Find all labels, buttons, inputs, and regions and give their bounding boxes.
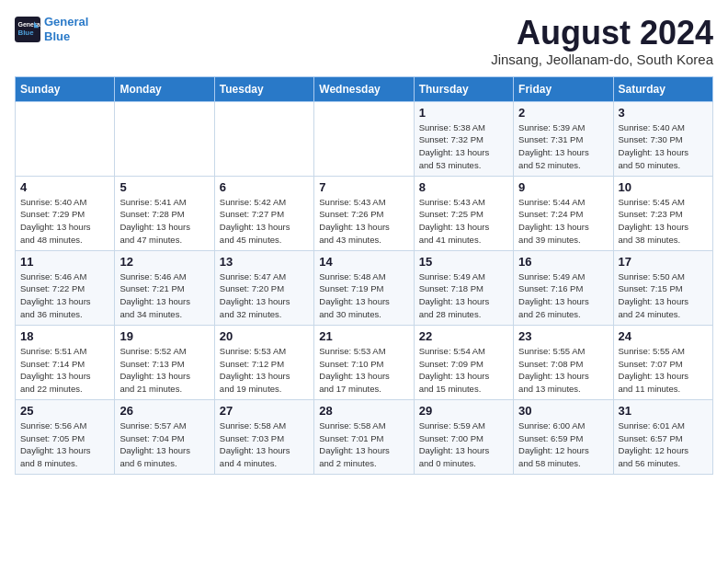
day-info: Sunrise: 5:43 AMSunset: 7:25 PMDaylight:…: [419, 196, 508, 247]
svg-text:Blue: Blue: [18, 29, 35, 37]
day-number: 26: [119, 404, 209, 418]
day-info: Sunrise: 5:58 AMSunset: 7:03 PMDaylight:…: [220, 419, 309, 470]
day-info: Sunrise: 5:49 AMSunset: 7:18 PMDaylight:…: [419, 270, 508, 321]
day-number: 4: [20, 180, 109, 194]
calendar-cell: 15Sunrise: 5:49 AMSunset: 7:18 PMDayligh…: [414, 250, 513, 325]
calendar-cell: 12Sunrise: 5:46 AMSunset: 7:21 PMDayligh…: [115, 250, 214, 325]
calendar-cell: 10Sunrise: 5:45 AMSunset: 7:23 PMDayligh…: [613, 176, 712, 250]
day-number: 30: [518, 404, 608, 418]
day-number: 21: [319, 329, 408, 343]
day-number: 25: [20, 404, 109, 418]
day-number: 24: [619, 329, 708, 343]
day-number: 23: [518, 329, 608, 343]
day-number: 13: [220, 255, 309, 269]
calendar-cell: 18Sunrise: 5:51 AMSunset: 7:14 PMDayligh…: [16, 325, 115, 399]
calendar-cell: 3Sunrise: 5:40 AMSunset: 7:30 PMDaylight…: [613, 101, 712, 176]
day-info: Sunrise: 5:42 AMSunset: 7:27 PMDaylight:…: [220, 196, 309, 247]
calendar-cell: [16, 101, 115, 176]
day-number: 10: [619, 180, 708, 194]
page-header: General Blue General Blue August 2024 Ji…: [15, 15, 713, 67]
day-number: 18: [20, 329, 109, 343]
logo-text: General Blue: [44, 15, 88, 43]
calendar-cell: 8Sunrise: 5:43 AMSunset: 7:25 PMDaylight…: [414, 176, 513, 250]
day-number: 29: [419, 404, 508, 418]
day-header-saturday: Saturday: [613, 76, 712, 101]
day-info: Sunrise: 5:53 AMSunset: 7:12 PMDaylight:…: [220, 345, 309, 396]
day-info: Sunrise: 5:46 AMSunset: 7:22 PMDaylight:…: [20, 270, 109, 321]
calendar-cell: 16Sunrise: 5:49 AMSunset: 7:16 PMDayligh…: [514, 250, 613, 325]
day-number: 22: [419, 329, 508, 343]
calendar-cell: 5Sunrise: 5:41 AMSunset: 7:28 PMDaylight…: [115, 176, 214, 250]
day-header-friday: Friday: [514, 76, 613, 101]
calendar-cell: 11Sunrise: 5:46 AMSunset: 7:22 PMDayligh…: [16, 250, 115, 325]
calendar-cell: 29Sunrise: 5:59 AMSunset: 7:00 PMDayligh…: [414, 399, 513, 474]
calendar-cell: [115, 101, 214, 176]
calendar-week-row: 1Sunrise: 5:38 AMSunset: 7:32 PMDaylight…: [16, 101, 713, 176]
calendar-cell: 2Sunrise: 5:39 AMSunset: 7:31 PMDaylight…: [514, 101, 613, 176]
calendar-table: SundayMondayTuesdayWednesdayThursdayFrid…: [15, 76, 713, 475]
day-info: Sunrise: 5:45 AMSunset: 7:23 PMDaylight:…: [619, 196, 708, 247]
calendar-cell: [214, 101, 313, 176]
day-info: Sunrise: 5:40 AMSunset: 7:30 PMDaylight:…: [619, 121, 708, 172]
logo: General Blue General Blue: [15, 15, 88, 43]
day-info: Sunrise: 5:59 AMSunset: 7:00 PMDaylight:…: [419, 419, 508, 470]
day-info: Sunrise: 5:54 AMSunset: 7:09 PMDaylight:…: [419, 345, 508, 396]
day-info: Sunrise: 5:38 AMSunset: 7:32 PMDaylight:…: [419, 121, 508, 172]
day-number: 8: [419, 180, 508, 194]
calendar-cell: 22Sunrise: 5:54 AMSunset: 7:09 PMDayligh…: [414, 325, 513, 399]
calendar-cell: 20Sunrise: 5:53 AMSunset: 7:12 PMDayligh…: [214, 325, 313, 399]
calendar-cell: 6Sunrise: 5:42 AMSunset: 7:27 PMDaylight…: [214, 176, 313, 250]
day-info: Sunrise: 5:51 AMSunset: 7:14 PMDaylight:…: [20, 345, 109, 396]
day-number: 28: [319, 404, 408, 418]
day-info: Sunrise: 5:49 AMSunset: 7:16 PMDaylight:…: [518, 270, 608, 321]
calendar-week-row: 11Sunrise: 5:46 AMSunset: 7:22 PMDayligh…: [16, 250, 713, 325]
title-area: August 2024 Jinsang, Jeollanam-do, South…: [491, 15, 713, 67]
calendar-cell: 14Sunrise: 5:48 AMSunset: 7:19 PMDayligh…: [314, 250, 414, 325]
calendar-cell: 21Sunrise: 5:53 AMSunset: 7:10 PMDayligh…: [314, 325, 414, 399]
day-header-thursday: Thursday: [414, 76, 513, 101]
day-number: 9: [518, 180, 608, 194]
day-info: Sunrise: 5:44 AMSunset: 7:24 PMDaylight:…: [518, 196, 608, 247]
day-number: 14: [319, 255, 408, 269]
calendar-cell: 4Sunrise: 5:40 AMSunset: 7:29 PMDaylight…: [16, 176, 115, 250]
day-info: Sunrise: 6:01 AMSunset: 6:57 PMDaylight:…: [619, 419, 708, 470]
day-info: Sunrise: 5:55 AMSunset: 7:08 PMDaylight:…: [518, 345, 608, 396]
day-info: Sunrise: 5:56 AMSunset: 7:05 PMDaylight:…: [20, 419, 109, 470]
day-info: Sunrise: 5:41 AMSunset: 7:28 PMDaylight:…: [119, 196, 209, 247]
calendar-cell: 17Sunrise: 5:50 AMSunset: 7:15 PMDayligh…: [613, 250, 712, 325]
calendar-week-row: 18Sunrise: 5:51 AMSunset: 7:14 PMDayligh…: [16, 325, 713, 399]
calendar-cell: 30Sunrise: 6:00 AMSunset: 6:59 PMDayligh…: [514, 399, 613, 474]
calendar-cell: 23Sunrise: 5:55 AMSunset: 7:08 PMDayligh…: [514, 325, 613, 399]
calendar-title: August 2024: [491, 15, 713, 52]
day-info: Sunrise: 5:52 AMSunset: 7:13 PMDaylight:…: [119, 345, 209, 396]
calendar-cell: 27Sunrise: 5:58 AMSunset: 7:03 PMDayligh…: [214, 399, 313, 474]
calendar-cell: 19Sunrise: 5:52 AMSunset: 7:13 PMDayligh…: [115, 325, 214, 399]
day-number: 16: [518, 255, 608, 269]
day-info: Sunrise: 5:57 AMSunset: 7:04 PMDaylight:…: [119, 419, 209, 470]
day-header-sunday: Sunday: [16, 76, 115, 101]
day-number: 15: [419, 255, 508, 269]
calendar-cell: 7Sunrise: 5:43 AMSunset: 7:26 PMDaylight…: [314, 176, 414, 250]
day-header-monday: Monday: [115, 76, 214, 101]
day-info: Sunrise: 5:55 AMSunset: 7:07 PMDaylight:…: [619, 345, 708, 396]
day-number: 27: [220, 404, 309, 418]
day-info: Sunrise: 5:47 AMSunset: 7:20 PMDaylight:…: [220, 270, 309, 321]
day-info: Sunrise: 5:40 AMSunset: 7:29 PMDaylight:…: [20, 196, 109, 247]
day-number: 7: [319, 180, 408, 194]
calendar-cell: 9Sunrise: 5:44 AMSunset: 7:24 PMDaylight…: [514, 176, 613, 250]
calendar-cell: 13Sunrise: 5:47 AMSunset: 7:20 PMDayligh…: [214, 250, 313, 325]
day-number: 17: [619, 255, 708, 269]
day-number: 1: [419, 106, 508, 120]
day-number: 31: [619, 404, 708, 418]
calendar-cell: 1Sunrise: 5:38 AMSunset: 7:32 PMDaylight…: [414, 101, 513, 176]
day-info: Sunrise: 5:50 AMSunset: 7:15 PMDaylight:…: [619, 270, 708, 321]
day-header-tuesday: Tuesday: [214, 76, 313, 101]
day-number: 5: [119, 180, 209, 194]
day-number: 20: [220, 329, 309, 343]
day-number: 2: [518, 106, 608, 120]
day-info: Sunrise: 5:39 AMSunset: 7:31 PMDaylight:…: [518, 121, 608, 172]
day-info: Sunrise: 5:53 AMSunset: 7:10 PMDaylight:…: [319, 345, 408, 396]
logo-blue: Blue: [44, 29, 70, 43]
day-number: 3: [619, 106, 708, 120]
day-header-wednesday: Wednesday: [314, 76, 414, 101]
